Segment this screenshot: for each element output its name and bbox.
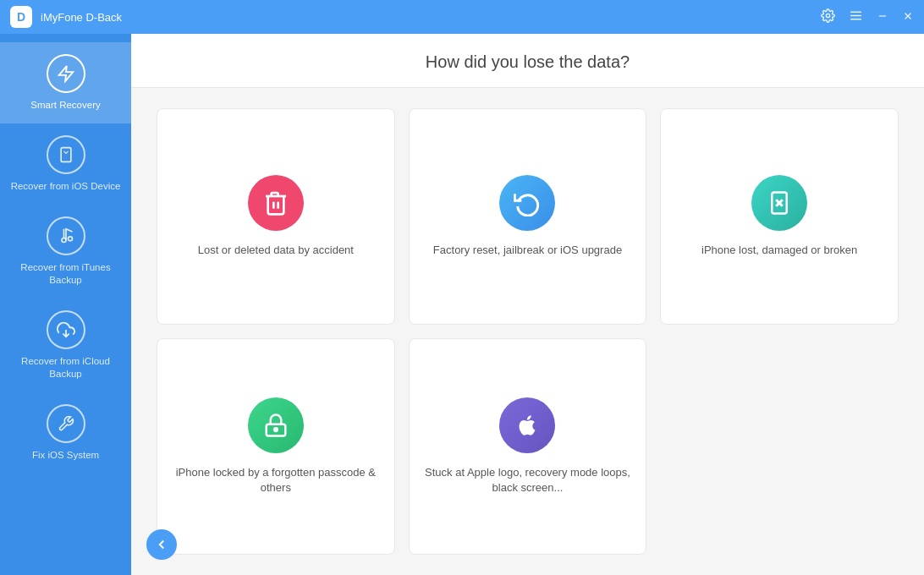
cards-grid: Lost or deleted data by accident Factory…: [131, 88, 924, 575]
sidebar-item-label: Recover from iCloud Backup: [8, 355, 123, 381]
svg-point-0: [826, 14, 829, 17]
card-lost-deleted[interactable]: Lost or deleted data by accident: [157, 108, 395, 325]
trash-icon-circle: [248, 175, 304, 231]
music-icon: [47, 216, 85, 255]
page-title: How did you lose the data?: [131, 52, 924, 72]
lightning-icon: [47, 54, 85, 93]
phone-icon: [47, 135, 85, 174]
card-label: iPhone lost, damaged or broken: [701, 243, 857, 258]
apple-icon-circle: [499, 397, 555, 453]
window-controls: [821, 8, 914, 25]
svg-point-18: [274, 428, 278, 431]
content-area: How did you lose the data? Lost or delet…: [131, 34, 924, 575]
sidebar-item-recover-icloud[interactable]: Recover from iCloud Backup: [0, 298, 131, 392]
card-label: iPhone locked by a forgotten passcode & …: [171, 465, 381, 496]
title-bar: D iMyFone D-Back: [0, 0, 924, 34]
card-label: Stuck at Apple logo, recovery mode loops…: [423, 465, 633, 496]
sidebar-item-recover-itunes[interactable]: Recover from iTunes Backup: [0, 205, 131, 298]
cloud-icon: [47, 310, 85, 349]
sidebar-item-label: Recover from iOS Device: [11, 180, 121, 193]
sidebar-item-fix-ios[interactable]: Fix iOS System: [0, 392, 131, 474]
refresh-icon-circle: [499, 175, 555, 231]
wrench-icon: [47, 404, 85, 443]
menu-button[interactable]: [849, 8, 863, 25]
back-button[interactable]: [146, 529, 177, 560]
sidebar-item-label: Fix iOS System: [32, 449, 99, 462]
app-logo: D: [10, 6, 32, 28]
card-label: Factory reset, jailbreak or iOS upgrade: [433, 243, 622, 258]
sidebar-item-recover-ios[interactable]: Recover from iOS Device: [0, 123, 131, 205]
minimize-button[interactable]: [877, 10, 888, 25]
close-button[interactable]: [902, 10, 914, 25]
card-label: Lost or deleted data by accident: [198, 243, 354, 258]
settings-button[interactable]: [821, 8, 835, 25]
sidebar: Smart Recovery Recover from iOS Device: [0, 34, 131, 575]
sidebar-item-smart-recovery[interactable]: Smart Recovery: [0, 42, 131, 123]
sidebar-item-label: Recover from iTunes Backup: [8, 261, 123, 287]
content-header: How did you lose the data?: [131, 34, 924, 88]
card-stuck-apple[interactable]: Stuck at Apple logo, recovery mode loops…: [409, 338, 647, 555]
app-title: iMyFone D-Back: [41, 11, 821, 24]
lock-icon-circle: [248, 397, 304, 453]
svg-point-10: [68, 237, 72, 241]
card-factory-reset[interactable]: Factory reset, jailbreak or iOS upgrade: [409, 108, 647, 325]
sidebar-item-label: Smart Recovery: [30, 99, 100, 112]
main-layout: Smart Recovery Recover from iOS Device: [0, 34, 924, 575]
phone-broken-icon-circle: [751, 175, 807, 231]
card-iphone-locked[interactable]: iPhone locked by a forgotten passcode & …: [157, 338, 395, 555]
card-iphone-lost[interactable]: iPhone lost, damaged or broken: [660, 108, 899, 325]
